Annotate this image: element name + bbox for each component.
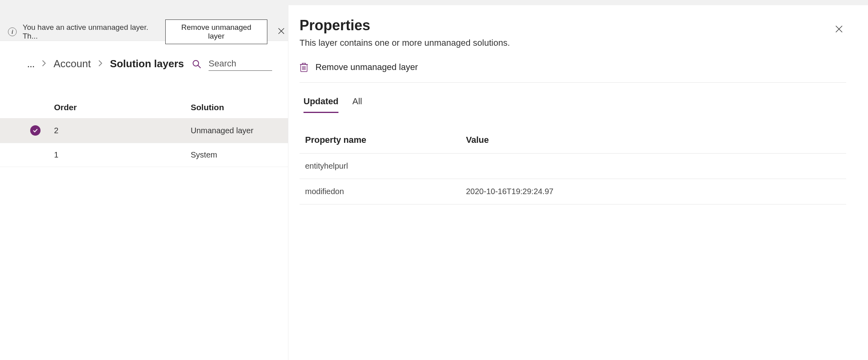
cell-property-name: modifiedon [305, 187, 466, 196]
breadcrumb-account[interactable]: Account [54, 58, 91, 70]
table-row[interactable]: 2 Unmanaged layer [0, 118, 288, 143]
left-panel: i You have an active unmanaged layer. Th… [0, 23, 288, 360]
info-icon: i [8, 27, 17, 36]
svg-point-2 [193, 60, 199, 66]
tab-updated[interactable]: Updated [304, 96, 338, 113]
column-solution[interactable]: Solution [191, 103, 288, 112]
column-value[interactable]: Value [466, 135, 841, 145]
remove-action-label: Remove unmanaged layer [315, 62, 418, 72]
cell-solution: System [191, 150, 288, 160]
table-row[interactable]: 1 System [0, 143, 288, 167]
notification-bar: i You have an active unmanaged layer. Th… [0, 23, 288, 41]
notification-message: You have an active unmanaged layer. Th..… [23, 23, 155, 41]
property-table: Property name Value entityhelpurl modifi… [300, 127, 846, 204]
remove-unmanaged-layer-button[interactable]: Remove unmanaged layer [165, 19, 267, 44]
search-icon [192, 59, 201, 69]
properties-title: Properties [300, 17, 510, 34]
column-property-name[interactable]: Property name [305, 135, 466, 145]
close-properties-button[interactable] [832, 20, 846, 39]
properties-header: Properties This layer contains one or mo… [300, 17, 846, 48]
breadcrumb-more-button[interactable]: ... [27, 62, 35, 66]
svg-line-3 [198, 65, 201, 68]
search-area [192, 57, 272, 71]
cell-order: 2 [54, 126, 191, 135]
property-row[interactable]: entityhelpurl [300, 154, 846, 179]
chevron-right-icon [98, 59, 103, 69]
close-notification-button[interactable] [275, 25, 288, 39]
tab-all[interactable]: All [352, 96, 362, 113]
remove-unmanaged-layer-action[interactable]: Remove unmanaged layer [300, 62, 846, 83]
close-icon [835, 25, 843, 33]
property-row[interactable]: modifiedon 2020-10-16T19:29:24.97 [300, 179, 846, 204]
cell-order: 1 [54, 150, 191, 160]
tabs: Updated All [304, 96, 846, 113]
breadcrumb: ... Account Solution layers [0, 41, 288, 79]
close-icon [278, 27, 285, 35]
check-icon[interactable] [30, 125, 41, 136]
chevron-right-icon [42, 59, 46, 69]
properties-panel: Properties This layer contains one or mo… [288, 5, 868, 360]
properties-subtitle: This layer contains one or more unmanage… [300, 38, 510, 48]
main-container: i You have an active unmanaged layer. Th… [0, 23, 868, 360]
cell-property-value: 2020-10-16T19:29:24.97 [466, 187, 841, 196]
cell-solution: Unmanaged layer [191, 126, 288, 135]
column-order[interactable]: Order [54, 103, 191, 112]
layers-table: Order Solution 2 Unmanaged layer 1 Syste… [0, 97, 288, 167]
cell-property-name: entityhelpurl [305, 162, 466, 171]
table-header: Order Solution [0, 97, 288, 118]
cell-property-value [466, 162, 841, 171]
trash-icon [300, 62, 308, 72]
breadcrumb-current: Solution layers [110, 58, 184, 70]
property-table-header: Property name Value [300, 127, 846, 154]
search-input[interactable] [209, 57, 272, 71]
